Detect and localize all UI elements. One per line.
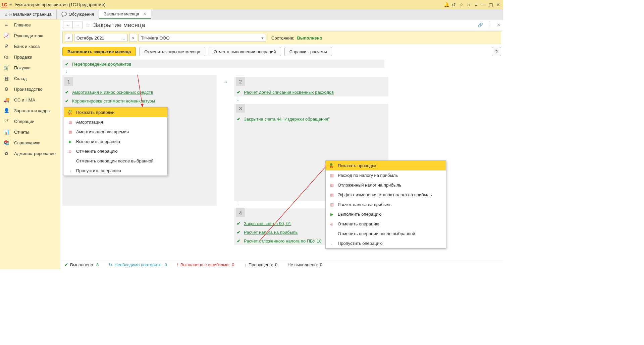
arrow-down-icon: ↓ [237, 96, 388, 102]
context-menu-1: ДтКт Показать проводки ▦ Амортизация ▦ А… [64, 107, 168, 176]
op-tax-calc[interactable]: Расчет налога на прибыль [244, 230, 298, 235]
sidebar-item-admin[interactable]: ✿Администрирование [0, 148, 60, 159]
dtkt-icon: ДтКт [329, 163, 334, 168]
status-redo-label: Необходимо повторить: [114, 262, 163, 267]
context-menu-2: ДтКт Показать проводки ▦ Расход по налог… [325, 160, 446, 249]
sidebar-item-hr[interactable]: 👤Зарплата и кадры [0, 105, 60, 116]
maximize-icon[interactable]: ▢ [487, 2, 494, 7]
sidebar-item-operations[interactable]: ᴰᵀОперации [0, 116, 60, 127]
report-icon: ▦ [329, 193, 334, 197]
play-doc-icon: ▶ [67, 139, 73, 144]
ctx-amort-bonus[interactable]: ▦ Амортизационная премия [64, 127, 167, 137]
op-repost-docs[interactable]: Перепроведение документов [72, 62, 131, 67]
ctx2-cancel-op[interactable]: ⦸ Отменить операцию [326, 219, 446, 229]
ctx2-skip[interactable]: ↓ Пропустить операцию [326, 238, 446, 248]
references-button[interactable]: Справки - расчеты [284, 47, 332, 56]
ctx-label: Пропустить операцию [76, 168, 121, 173]
bag-icon: 🛍 [3, 54, 9, 60]
tab-discussions[interactable]: 💬 Обсуждения [57, 9, 99, 19]
op-deferred-tax[interactable]: Расчет отложенного налога по ПБУ 18 [244, 238, 322, 244]
chevron-down-icon[interactable]: ▾ [261, 36, 264, 41]
period-input[interactable]: Октябрь 2021 … [74, 34, 128, 42]
tab-home-label: Начальная страница [9, 12, 52, 17]
sidebar-item-main[interactable]: ≡Главное [0, 19, 60, 30]
op-indirect-allocation[interactable]: Расчет долей списания косвенных расходов [244, 90, 334, 95]
help-button[interactable]: ? [492, 47, 501, 56]
ctx-cancel-op[interactable]: ⦸ Отменить операцию [64, 146, 167, 156]
cancel-doc-icon: ⦸ [67, 149, 73, 154]
sidebar-item-purchases[interactable]: 🛒Покупки [0, 62, 60, 73]
play-doc-icon: ▶ [329, 212, 334, 217]
op-close-9091[interactable]: Закрытие счетов 90, 91 [244, 221, 291, 226]
execute-close-button[interactable]: Выполнить закрытие месяца [62, 47, 136, 56]
cancel-close-button[interactable]: Отменить закрытие месяца [139, 47, 205, 56]
ctx-execute-op[interactable]: ▶ Выполнить операцию [64, 137, 167, 146]
bell-icon[interactable]: 🔔 [443, 2, 450, 7]
status-bar: ✔ Выполнено: 8 ↻ Необходимо повторить: 0… [60, 260, 503, 269]
minimize-icon[interactable]: — [480, 2, 487, 7]
ctx-amort[interactable]: ▦ Амортизация [64, 117, 167, 127]
arrow-right-icon: → [223, 79, 228, 85]
sidebar-item-assets[interactable]: 🚚ОС и НМА [0, 94, 60, 105]
ctx2-execute-op[interactable]: ▶ Выполнить операцию [326, 209, 446, 219]
period-next-button[interactable]: > [129, 34, 137, 42]
op-cost-correction[interactable]: Корректировка стоимости номенклатуры [72, 98, 155, 104]
sidebar-item-bank[interactable]: ₽Банк и касса [0, 41, 60, 52]
status-err-count: 0 [232, 262, 234, 267]
close-window-icon[interactable]: ✕ [494, 2, 502, 7]
more-icon[interactable]: ⋮ [488, 22, 492, 27]
tab-month-close[interactable]: Закрытие месяца ✕ [99, 9, 151, 19]
sidebar-item-manager[interactable]: 📈Руководителю [0, 30, 60, 41]
sidebar-item-production[interactable]: ⚙Производство [0, 84, 60, 94]
link-icon[interactable]: 🔗 [478, 22, 483, 27]
ctx2-tax-expense[interactable]: ▦ Расход по налогу на прибыль [326, 170, 446, 180]
close-form-icon[interactable]: ✕ [497, 22, 500, 27]
execution-report-button[interactable]: Отчет о выполнении операций [209, 47, 281, 56]
ctx-show-postings[interactable]: ДтКт Показать проводки [64, 108, 167, 117]
period-prev-button[interactable]: < [65, 34, 73, 42]
sidebar-item-label: Банк и касса [14, 44, 40, 49]
tab-home[interactable]: ⌂ Начальная страница [0, 9, 57, 19]
sidebar-item-refs[interactable]: 📚Справочники [0, 137, 60, 148]
org-select[interactable]: ТФ-Мега ООО ▾ [139, 34, 266, 42]
ctx-cancel-after[interactable]: Отменить операции после выбранной [64, 156, 167, 166]
op-amort[interactable]: Амортизация и износ основных средств [72, 90, 153, 95]
nav-forward-button[interactable]: → [73, 21, 82, 29]
sidebar-item-warehouse[interactable]: ▦Склад [0, 73, 60, 84]
ops-area: ✔ Перепроведение документов ↓ 1 ✔ Аморти… [60, 60, 503, 245]
main-menu-icon[interactable]: ≡ [9, 2, 12, 7]
burger-icon: ≡ [3, 22, 9, 27]
ctx-label: Амортизационная премия [76, 129, 129, 134]
op-close-44[interactable]: Закрытие счета 44 "Издержки обращения" [244, 117, 330, 122]
sidebar-item-sales[interactable]: 🛍Продажи [0, 52, 60, 62]
nav-buttons: ← → [63, 21, 83, 29]
check-icon: ✔ [237, 90, 240, 95]
ctx-label: Показать проводки [76, 110, 115, 115]
more-lines-icon[interactable]: ≡ [472, 2, 480, 7]
status-nd-count: 0 [320, 262, 322, 267]
cart-icon: 🛒 [3, 65, 9, 70]
nav-back-button[interactable]: ← [63, 21, 73, 29]
star-icon[interactable]: ☆ [458, 2, 465, 7]
sidebar-item-label: Производство [14, 87, 43, 92]
circle-icon[interactable]: ○ [465, 2, 472, 7]
ctx-label: Показать проводки [338, 163, 376, 168]
tab-close-icon[interactable]: ✕ [143, 12, 146, 16]
ctx-skip[interactable]: ↓ Пропустить операцию [64, 166, 167, 176]
favorite-icon[interactable]: ☆ [85, 21, 91, 29]
check-icon: ✔ [237, 221, 240, 226]
cancel-doc-icon: ⦸ [329, 222, 334, 226]
check-icon: ✔ [237, 117, 240, 122]
ctx2-cancel-after[interactable]: Отменить операции после выбранной [326, 229, 446, 238]
ctx2-show-postings[interactable]: ДтКт Показать проводки [326, 161, 446, 170]
tab-month-close-label: Закрытие месяца [104, 11, 139, 16]
page-title: Закрытие месяца [93, 21, 145, 29]
sidebar-item-label: ОС и НМА [14, 97, 35, 102]
history-icon[interactable]: ↺ [450, 2, 458, 7]
ctx2-deferred-tax[interactable]: ▦ Отложенный налог на прибыль [326, 180, 446, 190]
period-picker-icon[interactable]: … [121, 36, 125, 41]
dtkt-icon: ᴰᵀ [3, 119, 9, 124]
ctx2-rate-effect[interactable]: ▦ Эффект изменения ставок налога на приб… [326, 190, 446, 200]
sidebar-item-reports[interactable]: 📊Отчеты [0, 127, 60, 137]
ctx2-tax-calc[interactable]: ▦ Расчет налога на прибыль [326, 200, 446, 209]
